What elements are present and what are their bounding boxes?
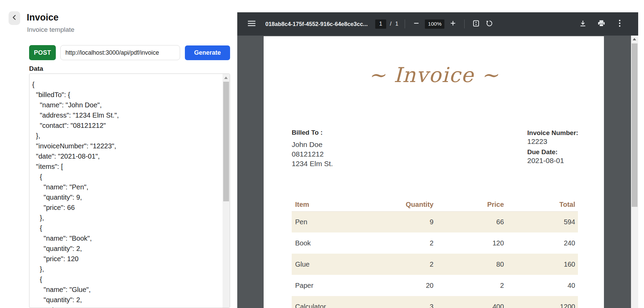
cell-price: 400: [436, 296, 507, 308]
pdf-toolbar: 018ab8c4-175f-4552-916c-64e8ce3cc... / 1…: [237, 12, 638, 36]
fit-page-icon: [473, 20, 479, 28]
rotate-icon: [486, 20, 493, 28]
table-row: Paper 20 2 40: [292, 275, 578, 296]
data-label: Data: [29, 65, 43, 72]
table-row: Pen 9 66 594: [292, 211, 578, 232]
cell-price: 66: [436, 211, 507, 232]
pdf-filename: 018ab8c4-175f-4552-916c-64e8ce3cc...: [265, 21, 368, 27]
download-button[interactable]: [578, 19, 588, 29]
invoice-meta-block: Invoice Number: 12223 Due Date: 2021-08-…: [527, 129, 578, 167]
table-row: Calculator 3 400 1200: [292, 296, 578, 308]
zoom-level[interactable]: 100%: [425, 19, 444, 29]
billed-to-address: 1234 Elm St.: [292, 159, 333, 169]
app-root: Invoice Invoice template POST Generate D…: [0, 0, 644, 308]
editor-scrollbar[interactable]: [223, 74, 230, 308]
print-button[interactable]: [596, 19, 606, 29]
cell-quantity: 2: [380, 232, 436, 254]
cell-total: 160: [507, 254, 578, 275]
invoice-number-label: Invoice Number:: [527, 129, 578, 137]
invoice-number-value: 12223: [527, 137, 578, 146]
more-options-button[interactable]: [615, 19, 624, 29]
generate-button[interactable]: Generate: [185, 45, 230, 60]
rotate-button[interactable]: [484, 19, 494, 29]
billed-to-contact: 08121212: [292, 149, 333, 159]
cell-total: 40: [507, 275, 578, 296]
col-header-price: Price: [436, 198, 507, 211]
cell-item: Pen: [292, 211, 380, 232]
cell-item: Book: [292, 232, 380, 254]
pdf-scrollbar[interactable]: [631, 36, 638, 308]
toolbar-separator: [405, 19, 405, 28]
editor-scrollbar-thumb[interactable]: [223, 82, 229, 201]
page-number-input[interactable]: [375, 19, 386, 29]
download-icon: [580, 20, 586, 28]
zoom-in-button[interactable]: [448, 19, 458, 29]
cell-quantity: 3: [380, 296, 436, 308]
invoice-items-table: Item Quantity Price Total Pen 9 66 594 B…: [292, 198, 578, 308]
cell-total: 240: [507, 232, 578, 254]
cell-quantity: 20: [380, 275, 436, 296]
kebab-menu-icon: [619, 19, 621, 28]
table-row: Glue 2 80 160: [292, 254, 578, 275]
minus-icon: [414, 21, 419, 27]
billed-to-block: Billed To : John Doe 08121212 1234 Elm S…: [292, 129, 333, 169]
pdf-viewer: 018ab8c4-175f-4552-916c-64e8ce3cc... / 1…: [237, 12, 638, 308]
billed-to-name: John Doe: [292, 140, 333, 149]
pdf-page: ~ Invoice ~ Billed To : John Doe 0812121…: [264, 36, 604, 308]
request-body-editor[interactable]: { "billedTo": { "name": "John Doe", "add…: [29, 73, 230, 308]
cell-item: Glue: [292, 254, 380, 275]
pdf-scrollbar-thumb[interactable]: [632, 43, 637, 207]
plus-icon: [450, 21, 456, 27]
menu-button[interactable]: [247, 19, 256, 29]
toolbar-separator: [464, 19, 465, 28]
hamburger-icon: [248, 21, 255, 28]
cell-total: 1200: [507, 296, 578, 308]
cell-price: 2: [436, 275, 507, 296]
fit-page-button[interactable]: [471, 19, 481, 29]
cell-item: Paper: [292, 275, 380, 296]
page-title: Invoice: [27, 12, 59, 23]
cell-price: 80: [436, 254, 507, 275]
cell-quantity: 9: [380, 211, 436, 232]
cell-total: 594: [507, 211, 578, 232]
request-body-json[interactable]: { "billedTo": { "name": "John Doe", "add…: [29, 74, 223, 308]
back-button[interactable]: [9, 11, 20, 25]
col-header-total: Total: [507, 198, 578, 211]
billed-to-heading: Billed To :: [292, 129, 333, 136]
cell-item: Calculator: [292, 296, 380, 308]
method-badge: POST: [29, 45, 56, 60]
cell-price: 120: [436, 232, 507, 254]
col-header-item: Item: [292, 198, 380, 211]
page-slash: /: [390, 21, 391, 27]
request-row: POST Generate: [29, 45, 230, 60]
page-subtitle: Invoice template: [27, 26, 74, 34]
due-date-label: Due Date:: [527, 148, 578, 156]
scroll-up-arrow-icon[interactable]: [633, 38, 636, 40]
cell-quantity: 2: [380, 254, 436, 275]
due-date-value: 2021-08-01: [527, 156, 578, 165]
table-row: Book 2 120 240: [292, 232, 578, 254]
print-icon: [598, 20, 605, 28]
table-header-row: Item Quantity Price Total: [292, 198, 578, 211]
scroll-up-arrow-icon[interactable]: [224, 77, 228, 79]
chevron-left-icon: [12, 14, 17, 22]
url-input[interactable]: [60, 45, 180, 60]
invoice-title: ~ Invoice ~: [264, 63, 604, 87]
page-count: 1: [395, 21, 398, 27]
col-header-quantity: Quantity: [380, 198, 436, 211]
zoom-out-button[interactable]: [412, 19, 421, 29]
